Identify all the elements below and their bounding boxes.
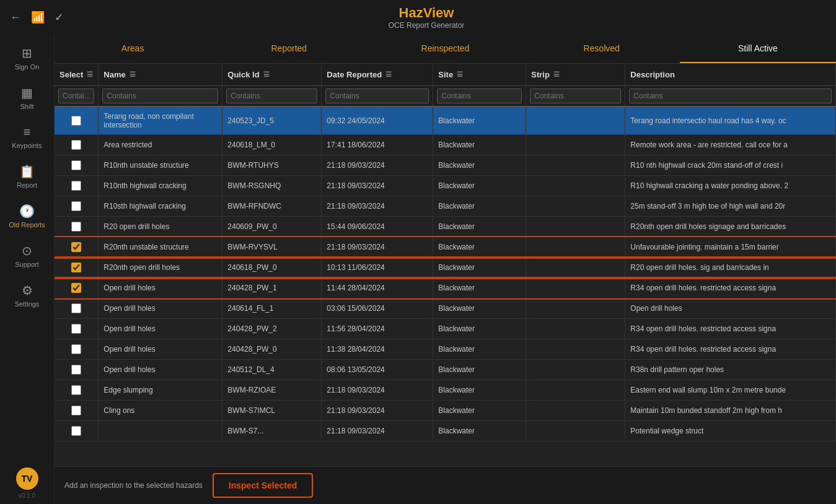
row-strip-cell [526, 298, 625, 319]
filter-input-date[interactable] [325, 89, 429, 103]
table-row: Area restricted240618_LM_017:41 18/06/20… [55, 135, 836, 155]
tab-reported[interactable]: Reported [211, 35, 367, 63]
table-row: Open drill holes240614_FL_103:06 15/06/2… [55, 298, 836, 319]
sidebar: ⊞ Sign On ▦ Shift ≡ Keypoints 📋 Report 🕐… [0, 35, 55, 504]
filter-cell-desc [625, 86, 836, 107]
row-checkbox[interactable] [71, 140, 81, 150]
check-icon[interactable]: ✓ [55, 11, 64, 24]
row-date-cell: 21:18 09/03/2024 [322, 196, 433, 217]
sidebar-item-sign-on[interactable]: ⊞ Sign On [0, 40, 54, 77]
row-name-cell: Terang road, non compliant intersection [99, 106, 222, 135]
row-checkbox[interactable] [71, 242, 81, 252]
support-icon: ⊙ [22, 243, 32, 258]
row-checkbox[interactable] [71, 365, 81, 375]
row-strip-cell [526, 106, 625, 135]
app-title-area: HazView OCE Report Generator [389, 5, 465, 30]
filter-input-desc[interactable] [629, 89, 832, 103]
row-quickid-cell: 240428_PW_1 [222, 278, 322, 298]
sidebar-item-keypoints[interactable]: ≡ Keypoints [0, 119, 54, 155]
tab-still-active[interactable]: Still Active [680, 35, 836, 63]
row-checkbox[interactable] [71, 160, 81, 170]
filter-input-strip[interactable] [530, 89, 621, 103]
table-row: Open drill holes240428_PW_211:56 28/04/2… [55, 319, 836, 339]
filter-icon-quickid[interactable]: ☰ [263, 71, 270, 79]
row-checkbox[interactable] [71, 324, 81, 334]
row-site-cell: Blackwater [433, 155, 526, 176]
row-checkbox[interactable] [71, 181, 81, 191]
table-row: Terang road, non compliant intersection2… [55, 106, 836, 135]
row-date-cell: 11:38 28/04/2024 [322, 339, 433, 360]
row-checkbox[interactable] [71, 283, 81, 293]
row-checkbox[interactable] [71, 116, 81, 126]
row-name-cell: Open drill holes [99, 278, 222, 298]
col-label-date: Date Reported [327, 70, 382, 79]
row-date-cell: 10:13 11/06/2024 [322, 258, 433, 278]
row-checkbox[interactable] [71, 406, 81, 415]
row-desc-cell: R34 open drill holes. restricted access … [625, 278, 836, 298]
row-site-cell: Blackwater [433, 298, 526, 319]
avatar[interactable]: TV [16, 467, 38, 490]
sidebar-item-shift[interactable]: ▦ Shift [0, 79, 54, 116]
row-select-cell [55, 319, 99, 339]
filter-input-select[interactable] [58, 89, 94, 103]
row-select-cell [55, 298, 99, 319]
row-desc-cell: Maintain 10m bunded standoff 2m high fro… [625, 401, 836, 421]
row-checkbox[interactable] [71, 303, 81, 313]
filter-input-name[interactable] [102, 89, 218, 103]
filter-icon-site[interactable]: ☰ [457, 71, 463, 79]
row-checkbox[interactable] [71, 426, 81, 436]
col-label-site: Site [438, 70, 453, 79]
sidebar-item-support[interactable]: ⊙ Support [0, 237, 54, 274]
row-strip-cell [526, 217, 625, 237]
row-name-cell: R20nth open drill holes [99, 258, 222, 278]
tab-resolved[interactable]: Resolved [524, 35, 680, 63]
table-row: R10nth unstable structureBWM-RTUHYS21:18… [55, 155, 836, 176]
sidebar-item-settings[interactable]: ⚙ Settings [0, 277, 54, 314]
row-checkbox[interactable] [71, 385, 81, 395]
inspect-tooltip: Add an inspection to the selected hazard… [64, 481, 203, 490]
tab-areas[interactable]: Areas [55, 35, 211, 63]
row-name-cell: Cling ons [99, 401, 222, 421]
filter-icon-strip[interactable]: ☰ [553, 71, 560, 79]
keypoints-icon: ≡ [24, 125, 31, 139]
row-checkbox[interactable] [71, 222, 81, 232]
row-select-cell [55, 217, 99, 237]
filter-icon-select[interactable]: ☰ [87, 71, 93, 79]
row-desc-cell: R10 highwall cracking a water ponding ab… [625, 176, 836, 196]
row-checkbox[interactable] [71, 263, 81, 272]
sidebar-item-old-reports[interactable]: 🕐 Old Reports [0, 198, 54, 235]
row-date-cell: 03:06 15/06/2024 [322, 298, 433, 319]
filter-icon-date[interactable]: ☰ [385, 71, 392, 79]
row-date-cell: 21:18 09/03/2024 [322, 155, 433, 176]
back-icon[interactable]: ← [10, 11, 21, 24]
row-checkbox[interactable] [71, 344, 81, 354]
row-name-cell: Open drill holes [99, 319, 222, 339]
row-select-cell [55, 401, 99, 421]
table-row: R20 open drill holes240609_PW_015:44 09/… [55, 217, 836, 237]
filter-input-quickid[interactable] [226, 89, 317, 103]
tab-reinspected[interactable]: Reinspected [367, 35, 523, 63]
row-site-cell: Blackwater [433, 278, 526, 298]
filter-input-site[interactable] [437, 89, 522, 103]
col-header-date: Date Reported ☰ [322, 64, 433, 86]
row-checkbox[interactable] [71, 201, 81, 211]
row-select-cell [55, 135, 99, 155]
row-date-cell: 21:18 09/03/2024 [322, 421, 433, 441]
filter-icon-name[interactable]: ☰ [130, 71, 136, 79]
col-header-site: Site ☰ [433, 64, 526, 86]
row-strip-cell [526, 380, 625, 401]
inspect-selected-button[interactable]: Inspect Selected [213, 473, 314, 498]
row-select-cell [55, 278, 99, 298]
col-header-quickid: Quick Id ☰ [222, 64, 322, 86]
sidebar-item-report[interactable]: 📋 Report [0, 158, 54, 195]
table-row: R20nth open drill holes240618_PW_010:13 … [55, 258, 836, 278]
col-label-name: Name [103, 70, 125, 79]
main-layout: ⊞ Sign On ▦ Shift ≡ Keypoints 📋 Report 🕐… [0, 35, 836, 504]
row-quickid-cell: 240609_PW_0 [222, 217, 322, 237]
row-date-cell: 17:41 18/06/2024 [322, 135, 433, 155]
table-row: R10nth highwall crackingBWM-RSGNHQ21:18 … [55, 176, 836, 196]
row-name-cell: R10sth highwall cracking [99, 196, 222, 217]
row-strip-cell [526, 258, 625, 278]
row-desc-cell: Open drill holes [625, 298, 836, 319]
table-container[interactable]: Select ☰ Name ☰ Quick Id [55, 64, 836, 466]
